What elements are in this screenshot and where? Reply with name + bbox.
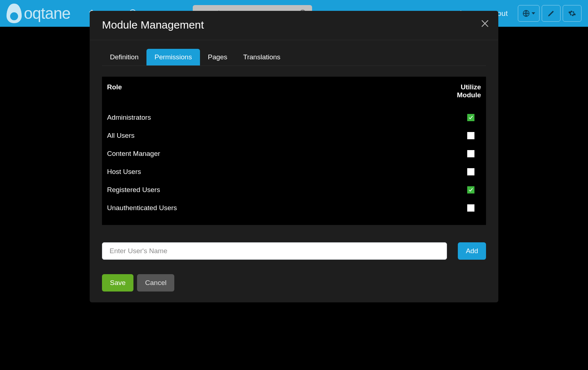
permissions-table: Role Utilize Module AdministratorsAll Us… — [102, 77, 486, 225]
close-icon — [480, 19, 490, 28]
table-row: Unauthenticated Users — [107, 199, 481, 217]
utilize-checkbox[interactable] — [467, 204, 474, 212]
column-role: Role — [107, 83, 122, 91]
utilize-checkbox[interactable] — [467, 114, 474, 121]
tab-list: Definition Permissions Pages Translation… — [102, 49, 486, 66]
close-button[interactable] — [480, 19, 490, 28]
table-row: Administrators — [107, 109, 481, 127]
table-row: Registered Users — [107, 181, 481, 199]
permissions-header-row: Role Utilize Module — [107, 83, 481, 99]
modal-title: Module Management — [102, 19, 486, 31]
utilize-checkbox[interactable] — [467, 186, 474, 193]
modal-backdrop: Module Management Definition Permissions… — [0, 0, 588, 370]
user-name-input[interactable] — [102, 242, 447, 260]
role-cell: Host Users — [107, 168, 141, 176]
table-row: All Users — [107, 127, 481, 145]
tab-translations[interactable]: Translations — [235, 49, 289, 65]
save-button[interactable]: Save — [102, 274, 133, 292]
add-user-row: Add — [102, 242, 486, 260]
divider — [90, 40, 498, 40]
add-button[interactable]: Add — [458, 242, 486, 260]
cancel-button[interactable]: Cancel — [137, 274, 174, 292]
role-cell: All Users — [107, 132, 135, 140]
table-row: Host Users — [107, 163, 481, 181]
column-utilize: Utilize Module — [448, 83, 481, 99]
role-cell: Administrators — [107, 114, 151, 122]
role-cell: Content Manager — [107, 150, 160, 158]
utilize-checkbox[interactable] — [467, 168, 474, 175]
modal-actions: Save Cancel — [102, 274, 486, 292]
role-cell: Unauthenticated Users — [107, 204, 177, 212]
utilize-checkbox[interactable] — [467, 150, 474, 157]
tab-permissions[interactable]: Permissions — [146, 49, 200, 65]
role-cell: Registered Users — [107, 186, 160, 194]
tab-definition[interactable]: Definition — [102, 49, 146, 65]
tab-pages[interactable]: Pages — [200, 49, 235, 65]
module-management-modal: Module Management Definition Permissions… — [90, 11, 498, 302]
table-row: Content Manager — [107, 145, 481, 163]
utilize-checkbox[interactable] — [467, 132, 474, 139]
